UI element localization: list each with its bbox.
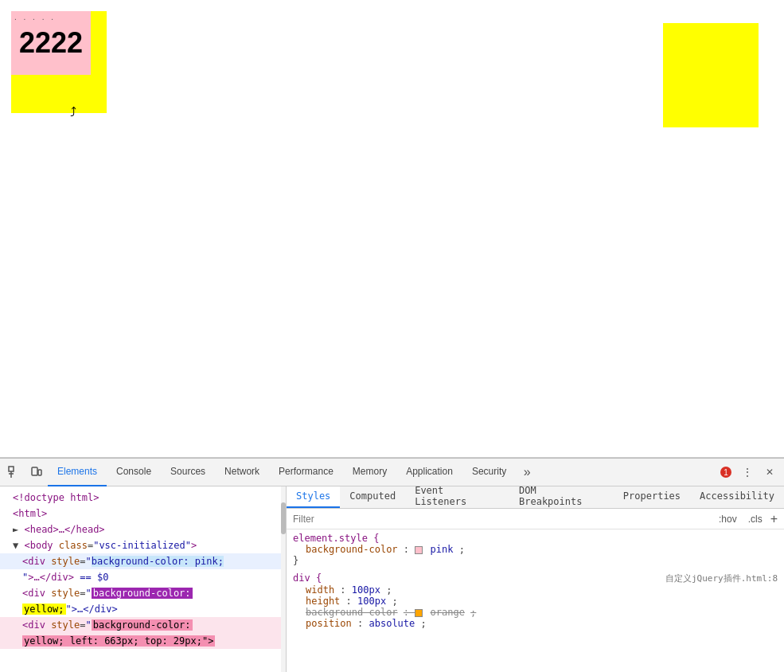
subtab-properties[interactable]: Properties [614, 486, 690, 508]
element-style-close: } [293, 555, 778, 566]
dom-scrollbar-thumb[interactable] [281, 502, 286, 534]
svg-rect-4 [38, 470, 41, 475]
tab-elements[interactable]: Elements [48, 459, 107, 486]
dom-line-div-abs-1[interactable]: <div style="background-color: [0, 617, 286, 633]
dom-line-div-pink[interactable]: <div style="background-color: pink; [0, 553, 286, 569]
tab-network[interactable]: Network [215, 459, 269, 486]
yellow-box-right [663, 23, 759, 127]
pink-color-swatch [415, 546, 423, 554]
mouse-cursor: ⤴ [70, 105, 80, 118]
subtab-dom-breakpoints[interactable]: DOM Breakpoints [509, 486, 614, 508]
styles-filter-input[interactable] [293, 514, 716, 525]
prop-width[interactable]: width : 100px ; [293, 584, 778, 596]
dom-line-body[interactable]: ▼ <body class="vsc-initialized"> [0, 537, 286, 553]
dom-line-html[interactable]: <html> [0, 506, 286, 522]
svg-rect-0 [9, 467, 14, 471]
tab-application[interactable]: Application [396, 459, 462, 486]
subtab-computed[interactable]: Computed [340, 486, 405, 508]
dom-line-div-pink-close[interactable]: ">…</div> == $0 [0, 569, 286, 585]
dom-line-doctype[interactable]: <!doctype html> [0, 490, 286, 506]
filter-actions: :hov .cls + [716, 513, 778, 525]
tab-console[interactable]: Console [107, 459, 161, 486]
dom-line-div-abs-2[interactable]: yellow; left: 663px; top: 29px;"> [0, 633, 286, 649]
subtab-event-listeners[interactable]: Event Listeners [405, 486, 509, 508]
devtools-toolbar: Elements Console Sources Network Perform… [0, 459, 784, 486]
more-tabs-button[interactable]: » [516, 461, 538, 483]
inspect-element-button[interactable] [3, 461, 25, 483]
dom-line-head[interactable]: ► <head>…</head> [0, 522, 286, 537]
hov-filter-button[interactable]: :hov [716, 513, 740, 525]
dom-scrollbar-track [281, 486, 286, 672]
dom-panel: <!doctype html> <html> ► <head>…</head> … [0, 486, 287, 672]
dom-line-div-yellow-1[interactable]: <div style="background-color: [0, 585, 286, 601]
prop-height[interactable]: height : 100px ; [293, 596, 778, 607]
error-badge[interactable]: 1 [716, 467, 736, 478]
prop-position[interactable]: position : absolute ; [293, 618, 778, 629]
devtools-panel: Elements Console Sources Network Perform… [0, 458, 784, 672]
cls-filter-button[interactable]: .cls [745, 513, 766, 525]
subtab-styles[interactable]: Styles [287, 486, 340, 508]
dots-row: . . . . . [14, 13, 56, 21]
tab-performance[interactable]: Performance [269, 459, 343, 486]
tab-security[interactable]: Security [462, 459, 516, 486]
tab-memory[interactable]: Memory [343, 459, 396, 486]
devtools-more-options-button[interactable]: ⋮ [736, 461, 759, 483]
filter-bar: :hov .cls + [287, 509, 784, 529]
orange-color-swatch [415, 609, 423, 617]
browser-viewport: . . . . . 2222 ⤴ [0, 0, 784, 458]
device-toggle-button[interactable] [25, 461, 48, 483]
div-rule: div { 自定义jQuery插件.html:8 width : 100px ;… [293, 572, 778, 629]
number-display: 2222 [19, 26, 83, 60]
close-devtools-button[interactable]: ✕ [759, 461, 781, 483]
dom-line-div-yellow-2[interactable]: yellow;">…</div> [0, 601, 286, 617]
pink-overlay: . . . . . 2222 [11, 11, 91, 75]
yellow-box-left: . . . . . 2222 [11, 11, 107, 113]
add-style-rule-button[interactable]: + [770, 513, 778, 525]
div-rule-header: div { 自定义jQuery插件.html:8 [293, 572, 778, 584]
styles-tabs: Styles Computed Event Listeners DOM Brea… [287, 486, 784, 509]
styles-panel: Styles Computed Event Listeners DOM Brea… [287, 486, 784, 672]
error-circle: 1 [720, 467, 731, 478]
prop-background-color-pink[interactable]: background-color : pink ; [293, 544, 778, 555]
svg-rect-3 [32, 467, 37, 475]
prop-background-color-orange[interactable]: background-color : orange ; [293, 607, 778, 618]
element-style-selector[interactable]: element.style { [293, 533, 778, 544]
rule-source[interactable]: 自定义jQuery插件.html:8 [665, 572, 778, 584]
tab-sources[interactable]: Sources [161, 459, 215, 486]
devtools-content: <!doctype html> <html> ► <head>…</head> … [0, 486, 784, 672]
css-rules-area: element.style { background-color : pink … [287, 529, 784, 672]
element-style-rule: element.style { background-color : pink … [293, 533, 778, 566]
subtab-accessibility[interactable]: Accessibility [690, 486, 784, 508]
